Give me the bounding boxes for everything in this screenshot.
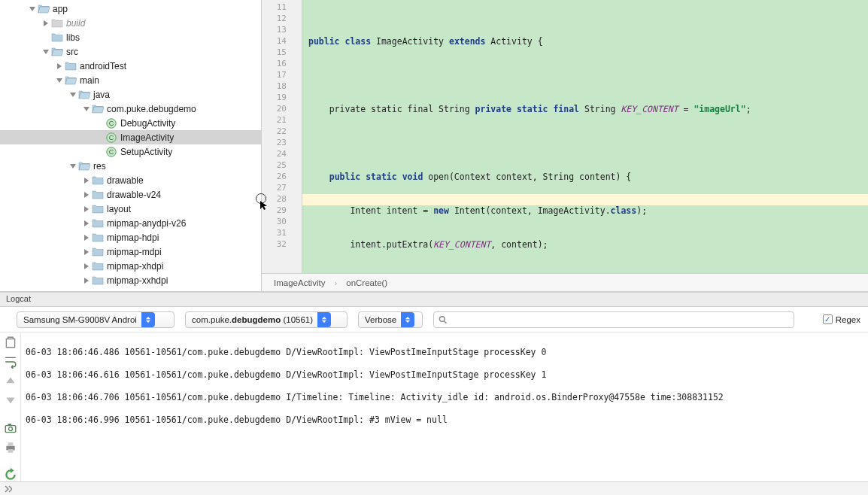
log-line: 06-03 18:06:46.706 10561-10561/com.puke.… [26, 392, 863, 403]
chevron-down-icon[interactable] [68, 92, 78, 98]
log-line: 06-03 18:06:46.616 10561-10561/com.puke.… [26, 369, 863, 381]
line-number: 29 [262, 205, 302, 217]
code-text[interactable]: public class ImageActivity extends Activ… [302, 0, 868, 273]
editor-panel: 11 12 13 14 15 16 17 18 19 20 21 22 23 2… [262, 0, 868, 291]
tree-node-mipmap-mdpi[interactable]: mipmap-mdpi [0, 244, 261, 259]
screenshot-icon[interactable] [4, 421, 17, 435]
tree-node-setupactivity[interactable]: SetupActivity [0, 144, 261, 159]
chevron-down-icon[interactable] [81, 106, 92, 112]
tree-node-mipmap-xhdpi[interactable]: mipmap-xhdpi [0, 259, 261, 273]
chevron-down-icon[interactable] [41, 49, 51, 55]
tree-node-drawable-v24[interactable]: drawable-v24 [0, 187, 261, 202]
folder-icon [65, 60, 77, 72]
project-tree[interactable]: app build libs src androidTest [0, 0, 262, 291]
tree-label: mipmap-hdpi [107, 232, 159, 243]
chevron-right-icon[interactable] [81, 278, 92, 284]
tree-label: drawable-v24 [107, 190, 161, 200]
tree-label: SetupActivity [120, 147, 172, 157]
tree-node-main[interactable]: main [0, 73, 261, 87]
tree-node-mipmap-xxhdpi[interactable]: mipmap-xxhdpi [0, 273, 261, 287]
tree-node-debugactivity[interactable]: DebugActivity [0, 116, 261, 130]
tree-node-src[interactable]: src [0, 44, 261, 59]
tree-label: layout [107, 204, 131, 214]
log-search-input[interactable] [433, 311, 794, 328]
process-selector[interactable]: com.puke.debugdemo (10561) [185, 311, 348, 328]
tree-node-androidtest[interactable]: androidTest [0, 59, 261, 73]
scroll-up-icon[interactable] [4, 375, 17, 388]
tree-label: res [93, 161, 106, 172]
folder-icon [51, 32, 63, 44]
logcat-output[interactable]: 06-03 18:06:46.486 10561-10561/com.puke.… [21, 333, 868, 481]
tree-label: src [66, 47, 78, 57]
chevron-right-icon[interactable] [54, 63, 65, 69]
folder-icon [92, 189, 104, 201]
class-icon [105, 117, 117, 129]
chevron-right-icon[interactable] [81, 220, 92, 226]
line-number: 17 [262, 70, 302, 81]
breadcrumb-item[interactable]: ImageActivity [274, 278, 325, 287]
tree-node-drawable[interactable]: drawable [0, 173, 261, 187]
logcat-side-toolbar [0, 333, 21, 481]
print-icon[interactable] [4, 441, 17, 454]
tree-node-package[interactable]: com.puke.debugdemo [0, 102, 261, 116]
tree-label: com.puke.debugdemo [107, 104, 196, 114]
wrap-icon[interactable] [4, 355, 17, 369]
regex-checkbox[interactable]: ✓ Regex [823, 314, 860, 324]
log-level-value: Verbose [365, 315, 401, 324]
restart-icon[interactable] [4, 468, 17, 481]
footer-strip[interactable] [0, 481, 868, 495]
chevron-right-icon: › [334, 278, 337, 287]
chevron-right-icon[interactable] [41, 20, 51, 26]
line-number: 19 [262, 93, 302, 104]
chevron-down-icon[interactable] [68, 163, 78, 169]
line-number: 27 [262, 183, 302, 194]
chevron-down-icon[interactable] [27, 6, 38, 12]
tree-label: drawable [107, 175, 144, 186]
tree-node-mipmap-hdpi[interactable]: mipmap-hdpi [0, 230, 261, 244]
folder-icon [51, 17, 63, 29]
tree-node-layout[interactable]: layout [0, 202, 261, 216]
gutter[interactable]: 11 12 13 14 15 16 17 18 19 20 21 22 23 2… [262, 0, 302, 273]
folder-icon [92, 175, 104, 187]
scroll-down-icon[interactable] [4, 394, 17, 408]
tree-node-libs[interactable]: libs [0, 30, 261, 44]
trash-icon[interactable] [4, 336, 17, 349]
folder-icon [92, 203, 104, 215]
tree-node-res[interactable]: res [0, 159, 261, 173]
line-number: 25 [262, 160, 302, 172]
chevron-down-icon[interactable] [54, 77, 65, 84]
chevron-right-icon[interactable] [81, 235, 92, 241]
log-search-field[interactable] [451, 315, 789, 324]
tree-node-imageactivity[interactable]: ImageActivity [0, 130, 261, 144]
breadcrumb[interactable]: ImageActivity › onCreate() [262, 273, 868, 291]
double-chevron-icon[interactable] [5, 485, 12, 493]
tree-label: mipmap-anydpi-v26 [107, 218, 186, 229]
logcat-toolbar: Samsung SM-G9008V Androi com.puke.debugd… [0, 307, 868, 333]
device-selector[interactable]: Samsung SM-G9008V Androi [17, 311, 175, 328]
chevron-right-icon[interactable] [81, 178, 92, 184]
folder-open-icon [51, 46, 63, 58]
chevron-right-icon[interactable] [81, 192, 92, 198]
tree-node-app[interactable]: app [0, 2, 261, 16]
log-level-selector[interactable]: Verbose [358, 311, 423, 328]
device-selector-value: Samsung SM-G9008V Androi [23, 315, 141, 324]
line-number: 32 [262, 239, 302, 251]
logcat-tab[interactable]: Logcat [0, 292, 868, 307]
chevron-right-icon[interactable] [81, 206, 92, 212]
tree-node-build[interactable]: build [0, 16, 261, 30]
tree-label: ImageActivity [120, 132, 174, 143]
line-number: 20 [262, 104, 302, 115]
breadcrumb-item[interactable]: onCreate() [346, 278, 387, 287]
dropdown-icon[interactable] [141, 312, 155, 327]
line-number: 14 [262, 36, 302, 47]
code-editor[interactable]: 11 12 13 14 15 16 17 18 19 20 21 22 23 2… [262, 0, 868, 273]
tree-node-mipmap-anydpi[interactable]: mipmap-anydpi-v26 [0, 216, 261, 230]
class-icon [105, 132, 117, 144]
chevron-right-icon[interactable] [81, 249, 92, 255]
dropdown-icon[interactable] [401, 312, 414, 327]
line-number: 26 [262, 172, 302, 183]
tree-node-java[interactable]: java [0, 87, 261, 102]
chevron-right-icon[interactable] [81, 263, 92, 269]
process-selector-value: com.puke.debugdemo (10561) [192, 315, 317, 324]
dropdown-icon[interactable] [317, 312, 331, 327]
